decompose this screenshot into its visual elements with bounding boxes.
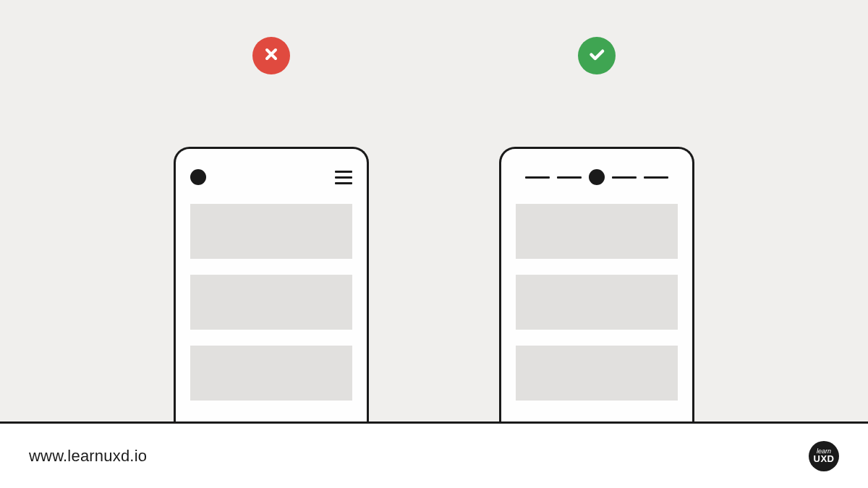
cross-icon bbox=[263, 46, 280, 66]
phone-header-hamburger bbox=[190, 162, 352, 192]
footer-url: www.learnuxd.io bbox=[29, 447, 147, 466]
content-placeholder bbox=[190, 275, 352, 330]
phone-header-visible-nav bbox=[516, 162, 678, 192]
footer: www.learnuxd.io learn UXD bbox=[0, 424, 868, 488]
logo-dot-icon bbox=[190, 169, 206, 185]
diagram-canvas bbox=[0, 0, 868, 421]
example-wrong bbox=[174, 37, 369, 421]
nav-item-dash bbox=[612, 176, 637, 179]
right-badge bbox=[578, 37, 616, 74]
content-placeholder bbox=[190, 346, 352, 401]
content-placeholder bbox=[190, 204, 352, 259]
check-icon bbox=[587, 45, 606, 67]
logo-text-bottom: UXD bbox=[814, 455, 835, 463]
phone-mockup-right bbox=[499, 147, 694, 421]
logo-dot-icon bbox=[589, 169, 605, 185]
learnuxd-logo: learn UXD bbox=[809, 441, 839, 471]
content-placeholder bbox=[516, 275, 678, 330]
phone-mockup-wrong bbox=[174, 147, 369, 421]
wrong-badge bbox=[252, 37, 290, 74]
content-placeholder bbox=[516, 204, 678, 259]
nav-item-dash bbox=[644, 176, 668, 179]
nav-item-dash bbox=[525, 176, 550, 179]
hamburger-menu-icon bbox=[335, 171, 352, 184]
example-right bbox=[499, 37, 694, 421]
nav-item-dash bbox=[557, 176, 582, 179]
content-placeholder bbox=[516, 346, 678, 401]
